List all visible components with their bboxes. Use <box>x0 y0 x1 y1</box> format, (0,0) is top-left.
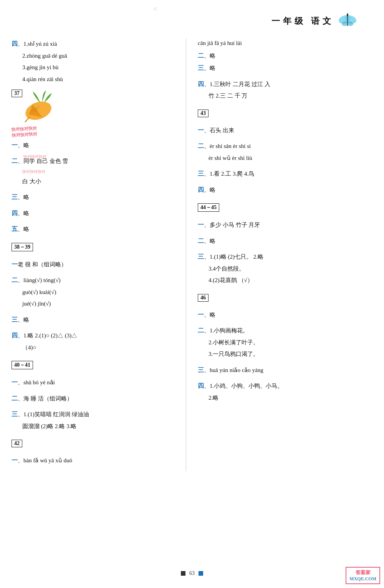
44-er-line: 二 、 略 <box>198 236 372 246</box>
42-yi-dot: 、 <box>18 456 23 466</box>
38-si-dot: 、 <box>18 331 23 341</box>
label-si-46: 四 <box>198 380 204 391</box>
label-san-40: 三 <box>12 409 18 419</box>
section-37-si: 四 、略 <box>12 208 178 219</box>
butterfly-icon <box>338 12 357 31</box>
46-si-line: 四 、 1.小鸡、小狗、小鸭、小马。 <box>198 380 372 391</box>
40-yi-dot: 、 <box>18 378 23 388</box>
section-44-er: 二 、 略 <box>198 236 372 246</box>
40-er-content: 海 睡 活（组词略） <box>23 394 73 404</box>
section-38-39-header: 38－39 <box>12 243 178 254</box>
footer-square-black <box>181 571 185 576</box>
section-42-yi: 一 、 bàn fǎ wū yā xǔ duō <box>12 455 178 466</box>
san-line: 三 、略 <box>12 192 178 203</box>
label-yi-44: 一 <box>198 219 204 230</box>
43-er-content1: èr shí sān èr shí sì <box>210 141 251 151</box>
40-san-line2: 圆溜溜 (2)略 2.略 3.略 <box>12 422 178 432</box>
46-san-line: 三 、 huā yún niǎo cǎo yáng <box>198 365 372 375</box>
label-si-right: 四 <box>198 79 204 89</box>
46-er-line1: 1.小狗画梅花。 <box>210 326 248 336</box>
section-37-wu: 五 、略 <box>12 224 178 234</box>
44-san-line: 三 、 1.(1)略 (2)七只。 2.略 <box>198 251 372 262</box>
wu-line: 五 、略 <box>12 224 178 234</box>
section-43-header: 43 <box>198 110 372 120</box>
san-content: 、略 <box>18 193 29 203</box>
43-san-dot: 、 <box>204 169 210 179</box>
section-40-san: 三 、 1.(1)笑嘻嘻 红润润 绿油油 圆溜溜 (2)略 2.略 3.略 <box>12 409 178 431</box>
40-er-dot: 、 <box>18 394 23 404</box>
label-san-37r: 三 <box>198 63 204 73</box>
section-number-38-39: 38－39 <box>12 243 33 251</box>
section-46-er: 二 、 1.小狗画梅花。 2.小树长满了叶子。 3.一只鸟鸦口渴了。 <box>198 325 372 359</box>
label-er-37r: 二 <box>198 50 204 61</box>
si-right-line: 四 、 1.三秋叶 二月花 过江 入 <box>198 79 372 90</box>
section-44-45-header: 44－45 <box>198 203 372 214</box>
section-40-yi: 一 、 shū bó yé nǎi <box>12 377 178 388</box>
44-san-dot: 、 <box>204 252 210 262</box>
yi-content: 、略 <box>18 141 29 151</box>
label-san-38: 三 <box>12 314 18 325</box>
section-37-box: 37 <box>12 90 22 100</box>
label-san-37: 三 <box>12 192 18 202</box>
label-yi-37: 一 <box>12 140 18 150</box>
43-yi-content: 石头 出来 <box>210 126 234 136</box>
label-er-44: 二 <box>198 236 204 246</box>
watermark-text2: MXQE.COM <box>349 576 376 582</box>
section-si-top: 四 、1.shǐ yú zú xià 2.zhòng guā dé guā 3.… <box>12 38 178 84</box>
stamp-text: 快对快对快对快对快对快对 <box>11 125 37 138</box>
38-er-text1: liàng(√) tóng(√) <box>23 276 61 286</box>
46-yi-content: 略 <box>210 310 215 320</box>
46-er-line0: 二 、 1.小狗画梅花。 <box>198 325 372 336</box>
46-san-content: huā yún niǎo cǎo yáng <box>210 365 263 375</box>
46-si-line2: 2.略 <box>198 393 372 403</box>
44-san-line3: 4.(2)花喜鹊 （√） <box>198 276 372 286</box>
footer: 63 <box>0 570 384 576</box>
section-number-43: 43 <box>198 110 209 117</box>
section-si-right: 四 、 1.三秋叶 二月花 过江 入 竹 2.三 二 千 万 <box>198 79 372 101</box>
label-er-40: 二 <box>12 393 18 404</box>
yi-line: 一 、略 <box>12 140 178 151</box>
section-46-san: 三 、 huā yún niǎo cǎo yáng <box>198 365 372 375</box>
38-san-line: 三 、略 <box>12 314 178 325</box>
37-right-er-dot: 、 <box>204 51 210 61</box>
38-er-line2: guò(√) kuài(√) <box>12 287 178 297</box>
label-san-44: 三 <box>198 251 204 262</box>
label-er-46: 二 <box>198 325 204 336</box>
section-38-yi: 一 老 很 和（组词略） <box>12 259 178 270</box>
stamp-overlay2: 快对快对快对 <box>22 168 45 175</box>
label-yi-38: 一 <box>12 259 18 269</box>
40-san-dot: 、 <box>18 410 23 420</box>
label-wu-37: 五 <box>12 224 18 234</box>
46-er-dot: 、 <box>204 326 210 336</box>
section-44-san: 三 、 1.(1)略 (2)七只。 2.略 3.4个自然段。 4.(2)花喜鹊 … <box>198 251 372 286</box>
label-yi-40: 一 <box>12 377 18 387</box>
si-right-line2: 竹 2.三 二 千 万 <box>198 91 372 101</box>
si-line3: 3.gèng jìn yí bù <box>12 63 178 73</box>
38-si-line: 四 、 1.略 2.(1)○ (2)△ (3)△ <box>12 330 178 341</box>
label-er-43: 二 <box>198 141 204 151</box>
43-yi-line: 一 、 石头 出来 <box>198 125 372 136</box>
46-si-line1: 1.小鸡、小狗、小鸭、小马。 <box>210 381 283 391</box>
section-37-right: cān jiā fā yá huí lái 二 、 略 三 、 略 <box>198 38 372 73</box>
stamp-area: 快对快对快对快对快对快对 <box>12 126 178 138</box>
section-38-san: 三 、略 <box>12 314 178 325</box>
43-er-line2: èr shí wǔ èr shí liù <box>198 153 372 163</box>
si-line2: 2.zhòng guā dé guā <box>12 51 178 61</box>
er-line: 二 、 快对快对快对 同学 自己 金色 雪 <box>12 156 178 166</box>
37-right-er-line: 二 、 略 <box>198 50 372 61</box>
37-right-er-content: 略 <box>210 51 215 61</box>
section-37-er: 二 、 快对快对快对 同学 自己 金色 雪 快对快对快对 白 大小 <box>12 156 178 186</box>
section-38-er: 二 、 liàng(√) tóng(√) guò(√) kuài(√) jué(… <box>12 275 178 309</box>
footer-square-blue <box>199 571 203 576</box>
left-column: 四 、1.shǐ yú zú xià 2.zhòng guā dé guā 3.… <box>12 38 186 471</box>
label-si: 四 <box>12 38 18 49</box>
watermark-box: 答案家 MXQE.COM <box>346 567 380 584</box>
label-si-37: 四 <box>12 208 18 218</box>
section-40-41-header: 40－41 <box>12 361 178 372</box>
38-er-line3: jué(√) jīn(√) <box>12 299 178 309</box>
46-san-dot: 、 <box>204 365 210 375</box>
section-37-yi: 一 、略 <box>12 140 178 151</box>
43-san-content: 1.看 2.工 3.爬 4.鸟 <box>210 169 254 179</box>
38-yi-line: 一 老 很 和（组词略） <box>12 259 178 270</box>
page: iI 一年级 语文 四 、1.shǐ yú zú xià 2.zhòng guā… <box>0 0 384 588</box>
